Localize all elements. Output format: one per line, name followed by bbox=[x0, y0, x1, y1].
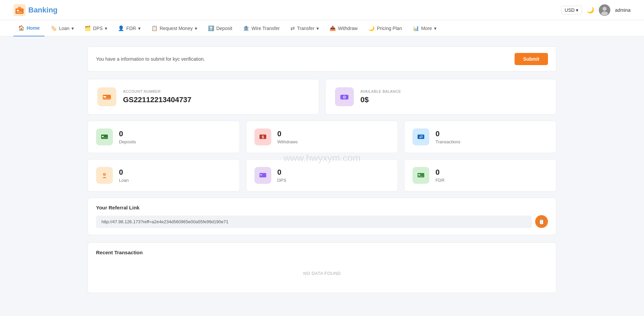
nav-label-pricing-plan: Pricing Plan bbox=[377, 26, 402, 31]
nav-item-more[interactable]: 📊 More ▾ bbox=[408, 20, 441, 36]
account-label: ACCOUNT NUMBER bbox=[123, 89, 191, 93]
nav-label-loan: Loan bbox=[59, 26, 69, 31]
more-chevron-icon: ▾ bbox=[434, 26, 436, 31]
loan-label: Loan bbox=[119, 178, 129, 183]
nav-item-dps[interactable]: 🗂️ DPS ▾ bbox=[80, 20, 112, 36]
transfer-chevron-icon: ▾ bbox=[316, 26, 319, 31]
nav-label-withdraw: Withdraw bbox=[338, 26, 358, 31]
balance-label: AVAILABLE BALANCE bbox=[361, 89, 401, 93]
dps-stat: 0 DPS bbox=[246, 159, 398, 192]
kyc-banner: You have a information to submit for kyc… bbox=[88, 47, 556, 71]
balance-icon bbox=[335, 87, 354, 106]
loan-stat: $ 0 Loan bbox=[88, 159, 240, 192]
fdr-info: 0 FDR bbox=[435, 168, 444, 183]
nav-item-deposit[interactable]: ⬆️ Deposit bbox=[203, 20, 237, 36]
svg-rect-2 bbox=[17, 10, 19, 11]
nav-item-fdr[interactable]: 👤 FDR ▾ bbox=[113, 20, 145, 36]
svg-text:$: $ bbox=[104, 173, 105, 176]
deposits-icon bbox=[96, 128, 113, 145]
stats-row-1: 0 Deposits $ 0 Withdraws ⇄ 0 Transaction… bbox=[88, 121, 556, 153]
dps-icon: 🗂️ bbox=[85, 25, 91, 31]
dps-info: 0 DPS bbox=[277, 168, 286, 183]
loan-icon: 🏷️ bbox=[51, 25, 57, 31]
svg-rect-1 bbox=[16, 8, 24, 14]
dps-label: DPS bbox=[277, 178, 286, 183]
transactions-count: 0 bbox=[435, 130, 460, 138]
dps-chevron-icon: ▾ bbox=[105, 26, 107, 31]
header-right: USD ▾ 🌙 admina bbox=[561, 4, 631, 16]
svg-rect-27 bbox=[418, 176, 423, 176]
svg-rect-4 bbox=[18, 7, 21, 9]
referral-link-input[interactable] bbox=[96, 216, 532, 228]
main-content: You have a information to submit for kyc… bbox=[0, 36, 644, 303]
transactions-icon: ⇄ bbox=[412, 128, 429, 145]
nav-item-withdraw[interactable]: 📤 Withdraw bbox=[325, 20, 362, 36]
deposits-count: 0 bbox=[119, 130, 136, 138]
transactions-info: 0 Transactions bbox=[435, 130, 460, 144]
wire-transfer-icon: 🏦 bbox=[243, 25, 249, 31]
fdr-count: 0 bbox=[435, 168, 444, 177]
no-data-message: NO DATA FOUND bbox=[96, 261, 548, 286]
kyc-submit-button[interactable]: Submit bbox=[515, 53, 548, 65]
balance-value: 0$ bbox=[361, 95, 401, 104]
svg-point-7 bbox=[601, 11, 608, 16]
nav-item-pricing-plan[interactable]: 🌙 Pricing Plan bbox=[364, 20, 407, 36]
transactions-stat: ⇄ 0 Transactions bbox=[404, 121, 556, 153]
fdr-stat: 0 FDR bbox=[404, 159, 556, 192]
referral-section: Your Referral Link 📋 bbox=[88, 198, 556, 235]
fdr-stat-icon bbox=[412, 167, 429, 184]
dps-stat-icon bbox=[254, 167, 271, 184]
recent-transaction-section: Recent Transaction NO DATA FOUND bbox=[88, 242, 556, 293]
withdraws-label: Withdraws bbox=[277, 139, 298, 144]
header: Banking USD ▾ 🌙 admina bbox=[0, 0, 644, 20]
account-icon bbox=[97, 87, 116, 106]
svg-rect-16 bbox=[102, 138, 107, 138]
theme-toggle-icon[interactable]: 🌙 bbox=[587, 6, 594, 14]
nav-label-fdr: FDR bbox=[126, 26, 136, 31]
fdr-label: FDR bbox=[435, 178, 444, 183]
pricing-plan-icon: 🌙 bbox=[368, 25, 375, 31]
deposits-info: 0 Deposits bbox=[119, 130, 136, 144]
account-number-card: ACCOUNT NUMBER GS22112213404737 bbox=[88, 79, 319, 115]
svg-point-6 bbox=[603, 7, 607, 11]
request-money-icon: 📋 bbox=[151, 25, 158, 31]
deposits-stat: 0 Deposits bbox=[88, 121, 240, 153]
deposit-icon: ⬆️ bbox=[208, 25, 214, 31]
currency-selector[interactable]: USD ▾ bbox=[561, 6, 582, 15]
transactions-label: Transactions bbox=[435, 139, 460, 144]
svg-point-13 bbox=[344, 96, 345, 98]
kyc-message: You have a information to submit for kyc… bbox=[96, 56, 205, 62]
withdraws-count: 0 bbox=[277, 130, 298, 138]
currency-label: USD bbox=[565, 7, 575, 13]
svg-rect-10 bbox=[103, 98, 110, 99]
svg-rect-15 bbox=[102, 136, 104, 137]
nav-label-more: More bbox=[421, 26, 432, 31]
withdraws-stat: $ 0 Withdraws bbox=[246, 121, 398, 153]
home-icon: 🏠 bbox=[18, 25, 25, 31]
loan-info: 0 Loan bbox=[119, 168, 129, 183]
nav-item-home[interactable]: 🏠 Home bbox=[13, 20, 44, 36]
loan-icon: $ bbox=[96, 167, 113, 184]
fdr-icon: 👤 bbox=[118, 25, 124, 31]
avatar[interactable] bbox=[599, 4, 610, 16]
withdraws-icon: $ bbox=[254, 128, 271, 145]
nav-item-loan[interactable]: 🏷️ Loan ▾ bbox=[46, 20, 79, 36]
svg-text:⇄: ⇄ bbox=[419, 134, 423, 139]
loan-count: 0 bbox=[119, 168, 129, 177]
dps-count: 0 bbox=[277, 168, 286, 177]
copy-link-button[interactable]: 📋 bbox=[535, 215, 548, 228]
nav-item-transfer[interactable]: ⇄ Transfer ▾ bbox=[286, 20, 324, 36]
balance-info: AVAILABLE BALANCE 0$ bbox=[361, 89, 401, 104]
nav-item-request-money[interactable]: 📋 Request Money ▾ bbox=[147, 20, 202, 36]
svg-rect-9 bbox=[103, 96, 106, 97]
main-nav: 🏠 Home 🏷️ Loan ▾ 🗂️ DPS ▾ 👤 FDR ▾ 📋 Requ… bbox=[0, 20, 644, 36]
request-money-chevron-icon: ▾ bbox=[195, 26, 197, 31]
recent-transaction-title: Recent Transaction bbox=[96, 250, 548, 255]
nav-item-wire-transfer[interactable]: 🏦 Wire Transfer bbox=[238, 20, 284, 36]
logo-icon bbox=[13, 4, 26, 16]
logo[interactable]: Banking bbox=[13, 4, 58, 16]
fdr-chevron-icon: ▾ bbox=[138, 26, 141, 31]
admin-name: admina bbox=[615, 7, 631, 13]
brand-name: Banking bbox=[28, 6, 58, 15]
stats-row-2: $ 0 Loan 0 DPS 0 FDR bbox=[88, 159, 556, 192]
